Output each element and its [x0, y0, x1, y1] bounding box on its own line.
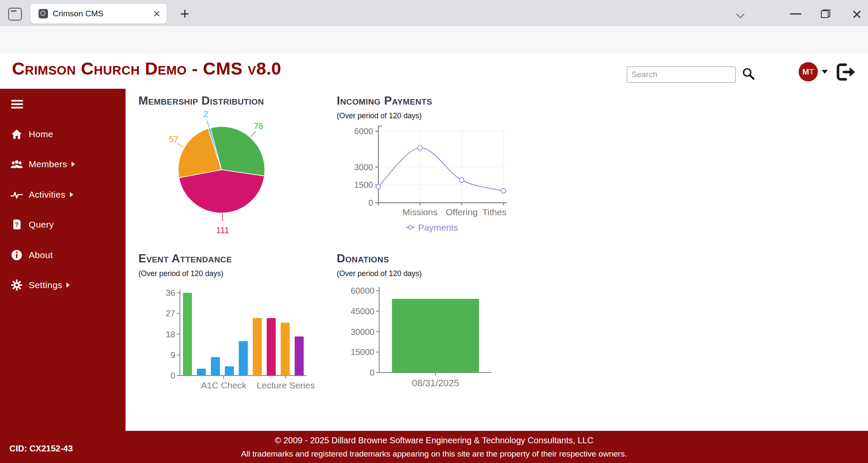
svg-text:78: 78: [254, 121, 263, 131]
attendance-bar-chart: 09182736A1C CheckLecture Series: [133, 281, 330, 397]
sidebar-item-about[interactable]: About: [0, 247, 126, 264]
window-close-button[interactable]: [852, 9, 862, 19]
footer-trademark: All trademarks and registered trademarks…: [0, 449, 868, 459]
submenu-caret-icon: [70, 192, 73, 197]
svg-text:6000: 6000: [354, 126, 374, 136]
payments-line-chart: 0150030006000MissionsOfferingTithesPayme…: [334, 120, 531, 244]
avatar-caret-icon[interactable]: [822, 70, 828, 74]
sidebar-item-label: Members: [29, 159, 67, 169]
svg-text:A1C Check: A1C Check: [201, 380, 247, 390]
home-icon: [10, 129, 23, 140]
sidebar-item-query[interactable]: ? Query: [0, 216, 126, 233]
sidebar: Home Members Activities ? Query: [0, 89, 126, 432]
firefox-view-icon[interactable]: [8, 8, 22, 21]
gear-icon: [10, 279, 23, 291]
submenu-caret-icon: [72, 162, 75, 167]
svg-text:111: 111: [216, 225, 229, 235]
page-title: Crimson Church Demo - CMS v8.0: [12, 59, 281, 79]
svg-text:18: 18: [166, 330, 175, 339]
sidebar-item-members[interactable]: Members: [0, 156, 126, 173]
svg-text:36: 36: [166, 288, 175, 298]
svg-text:?: ?: [15, 221, 19, 228]
sidebar-item-settings[interactable]: Settings: [0, 277, 126, 294]
search-icon[interactable]: [740, 66, 757, 83]
chart-subtitle-donations: (Over period of 120 days): [337, 269, 422, 278]
site-favicon-icon: [39, 9, 48, 18]
chart-subtitle-payments: (Over period of 120 days): [337, 111, 422, 120]
browser-tab-strip: Crimson CMS: [0, 0, 868, 26]
tab-title: Crimson CMS: [53, 9, 150, 18]
svg-text:30000: 30000: [350, 327, 374, 337]
svg-text:45000: 45000: [350, 307, 374, 316]
footer-copyright: © 2009 - 2025 Dillard Browne Software En…: [0, 436, 868, 445]
sidebar-item-label: Query: [29, 219, 54, 230]
svg-text:Offering: Offering: [446, 207, 478, 217]
app-footer: CID: CX2152-43 © 2009 - 2025 Dillard Bro…: [0, 431, 868, 463]
sidebar-toggle-icon[interactable]: [11, 100, 23, 109]
tab-close-icon[interactable]: [150, 7, 163, 20]
window-restore-button[interactable]: [821, 9, 830, 18]
sidebar-item-label: Home: [29, 129, 53, 139]
logout-icon[interactable]: [834, 61, 858, 83]
list-tabs-chevron-icon[interactable]: [735, 10, 747, 18]
browser-tab[interactable]: Crimson CMS: [30, 4, 167, 24]
chart-subtitle-attendance: (Over period of 120 days): [138, 269, 223, 278]
query-tag-icon: ?: [10, 219, 23, 231]
sidebar-item-label: About: [29, 250, 53, 260]
svg-text:Payments: Payments: [418, 222, 458, 232]
sidebar-item-label: Activities: [29, 189, 66, 200]
svg-text:0: 0: [368, 198, 373, 207]
svg-text:60000: 60000: [350, 286, 374, 295]
svg-text:0: 0: [370, 368, 374, 377]
svg-text:Lecture Series: Lecture Series: [257, 380, 314, 390]
app-header: Crimson Church Demo - CMS v8.0 MT: [0, 53, 868, 89]
donations-bar-chart: 01500030000450006000008/31/2025: [332, 281, 538, 397]
svg-text:9: 9: [171, 350, 175, 360]
chart-title-payments: Incoming Payments: [337, 94, 432, 108]
window-minimize-button[interactable]: [790, 13, 801, 15]
search-input[interactable]: [627, 66, 736, 83]
avatar-initials: MT: [802, 67, 814, 77]
svg-text:15000: 15000: [350, 347, 374, 357]
svg-text:Missions: Missions: [402, 207, 437, 217]
svg-text:27: 27: [166, 309, 175, 318]
submenu-caret-icon: [66, 283, 70, 288]
chart-title-donations: Donations: [337, 252, 389, 265]
svg-text:Tithes: Tithes: [482, 207, 506, 217]
members-icon: [10, 159, 23, 170]
svg-text:2: 2: [204, 109, 208, 119]
svg-text:3000: 3000: [354, 162, 374, 172]
activities-pulse-icon: [10, 189, 23, 200]
info-icon: [10, 249, 23, 261]
svg-text:08/31/2025: 08/31/2025: [412, 378, 459, 388]
svg-text:57: 57: [169, 135, 178, 144]
avatar[interactable]: MT: [799, 62, 818, 81]
svg-text:0: 0: [171, 371, 175, 380]
membership-pie-chart: 78111572: [141, 106, 313, 248]
sidebar-item-label: Settings: [29, 280, 62, 290]
chart-title-attendance: Event Attendance: [138, 252, 232, 265]
browser-toolbar: www.dibroapps.com/crimson/product/home 9…: [0, 26, 868, 53]
sidebar-item-activities[interactable]: Activities: [0, 186, 126, 203]
sidebar-item-home[interactable]: Home: [0, 126, 126, 143]
svg-text:1500: 1500: [354, 180, 374, 189]
chart-title-membership: Membership Distribution: [138, 94, 264, 108]
new-tab-button[interactable]: [178, 7, 192, 21]
